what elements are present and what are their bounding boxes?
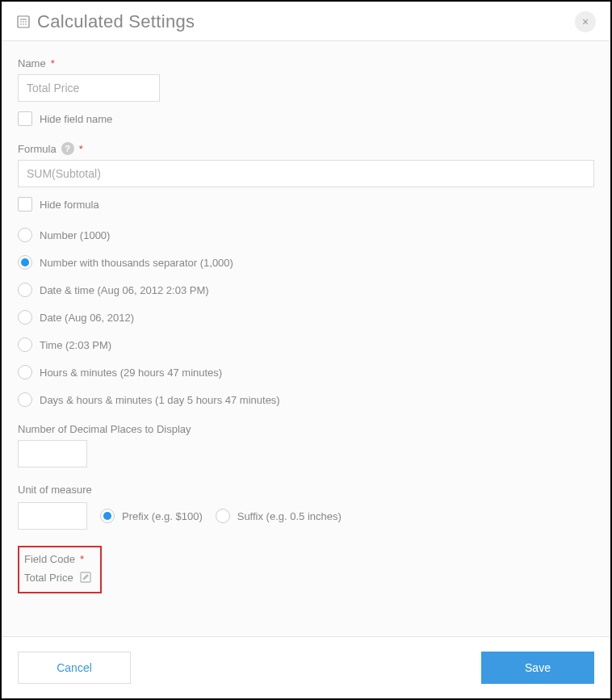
unit-label: Unit of measure bbox=[18, 484, 594, 496]
unit-suffix-option[interactable]: Suffix (e.g. 0.5 inches) bbox=[216, 509, 342, 523]
svg-point-4 bbox=[25, 21, 27, 23]
field-code-value: Total Price bbox=[24, 572, 73, 584]
field-code-label-text: Field Code bbox=[24, 553, 75, 565]
format-datetime-radio[interactable] bbox=[18, 283, 32, 297]
close-icon: × bbox=[582, 15, 589, 28]
save-button[interactable]: Save bbox=[481, 652, 594, 684]
field-code-section: Field Code * Total Price bbox=[18, 546, 102, 593]
format-date-radio[interactable] bbox=[18, 310, 32, 325]
hide-field-name-row[interactable]: Hide field name bbox=[18, 111, 594, 126]
svg-point-5 bbox=[20, 23, 22, 25]
close-button[interactable]: × bbox=[575, 11, 596, 32]
format-time-option[interactable]: Time (2:03 PM) bbox=[18, 337, 594, 352]
format-days-hours-minutes-label: Days & hours & minutes (1 day 5 hours 47… bbox=[40, 394, 280, 406]
modal-title: Calculated Settings bbox=[37, 11, 195, 32]
hide-field-name-label: Hide field name bbox=[40, 113, 112, 125]
unit-prefix-option[interactable]: Prefix (e.g. $100) bbox=[100, 509, 203, 523]
unit-label-text: Unit of measure bbox=[18, 484, 92, 496]
format-datetime-option[interactable]: Date & time (Aug 06, 2012 2:03 PM) bbox=[18, 283, 594, 297]
format-hours-minutes-radio[interactable] bbox=[18, 365, 32, 379]
format-time-radio[interactable] bbox=[18, 337, 32, 352]
format-hours-minutes-option[interactable]: Hours & minutes (29 hours 47 minutes) bbox=[18, 365, 594, 379]
svg-point-2 bbox=[20, 21, 22, 23]
format-number-label: Number (1000) bbox=[40, 229, 110, 241]
format-number-thousands-radio[interactable] bbox=[18, 255, 32, 270]
field-code-label: Field Code * bbox=[24, 553, 93, 565]
format-hours-minutes-label: Hours & minutes (29 hours 47 minutes) bbox=[40, 367, 222, 379]
formula-label: Formula ? * bbox=[18, 142, 594, 155]
svg-point-3 bbox=[23, 21, 24, 23]
format-days-hours-minutes-radio[interactable] bbox=[18, 392, 32, 407]
format-date-option[interactable]: Date (Aug 06, 2012) bbox=[18, 310, 594, 325]
format-time-label: Time (2:03 PM) bbox=[40, 339, 111, 351]
format-number-thousands-option[interactable]: Number with thousands separator (1,000) bbox=[18, 255, 594, 270]
help-icon[interactable]: ? bbox=[61, 142, 74, 155]
required-asterisk: * bbox=[80, 553, 84, 565]
svg-point-7 bbox=[25, 23, 27, 25]
name-label-text: Name bbox=[18, 57, 46, 69]
formula-input[interactable] bbox=[18, 160, 594, 187]
unit-prefix-label: Prefix (e.g. $100) bbox=[122, 510, 203, 522]
format-number-option[interactable]: Number (1000) bbox=[18, 228, 594, 242]
required-asterisk: * bbox=[79, 143, 83, 155]
decimals-input[interactable] bbox=[18, 440, 87, 467]
edit-icon[interactable] bbox=[78, 570, 93, 585]
name-label: Name * bbox=[18, 57, 594, 69]
format-date-label: Date (Aug 06, 2012) bbox=[40, 312, 134, 324]
hide-formula-label: Hide formula bbox=[40, 199, 99, 211]
unit-prefix-radio[interactable] bbox=[100, 509, 115, 523]
format-number-radio[interactable] bbox=[18, 228, 32, 242]
cancel-button[interactable]: Cancel bbox=[18, 652, 131, 684]
unit-suffix-label: Suffix (e.g. 0.5 inches) bbox=[237, 510, 342, 522]
format-datetime-label: Date & time (Aug 06, 2012 2:03 PM) bbox=[40, 284, 209, 296]
unit-suffix-radio[interactable] bbox=[216, 509, 230, 523]
hide-formula-checkbox[interactable] bbox=[18, 197, 32, 212]
hide-formula-row[interactable]: Hide formula bbox=[18, 197, 594, 212]
format-days-hours-minutes-option[interactable]: Days & hours & minutes (1 day 5 hours 47… bbox=[18, 392, 594, 407]
format-number-thousands-label: Number with thousands separator (1,000) bbox=[40, 257, 233, 269]
required-asterisk: * bbox=[51, 57, 55, 69]
hide-field-name-checkbox[interactable] bbox=[18, 111, 32, 126]
decimals-label-text: Number of Decimal Places to Display bbox=[18, 423, 191, 435]
decimals-label: Number of Decimal Places to Display bbox=[18, 423, 594, 435]
calculator-icon bbox=[16, 15, 31, 29]
svg-point-6 bbox=[23, 23, 24, 25]
formula-label-text: Formula bbox=[18, 143, 57, 155]
unit-input[interactable] bbox=[18, 502, 87, 530]
name-input[interactable] bbox=[18, 74, 160, 102]
